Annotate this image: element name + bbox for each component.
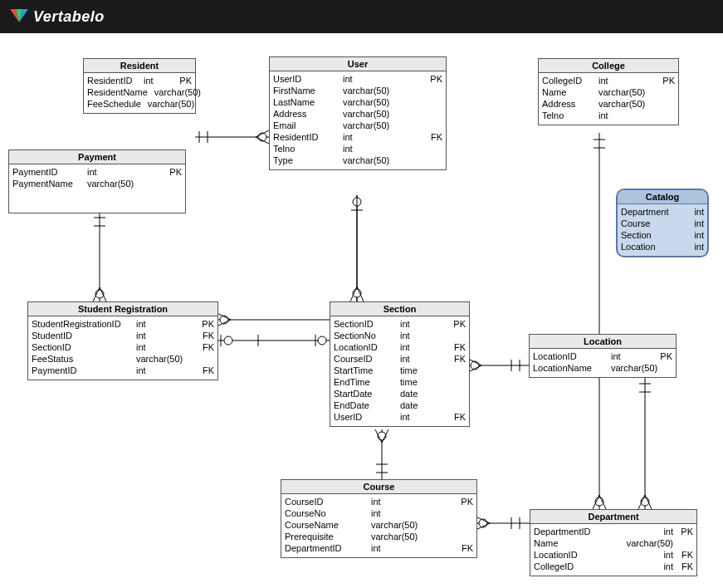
entity-title: Payment xyxy=(9,150,185,164)
entity-body: CourseIDintPK CourseNoint CourseNamevarc… xyxy=(281,494,476,557)
svg-line-56 xyxy=(476,523,490,530)
entity-body: DepartmentIDintPK Namevarchar(50) Locati… xyxy=(530,524,696,576)
entity-body: PaymentIDintPK PaymentNamevarchar(50) xyxy=(9,164,185,213)
column-row: FeeSchedulevarchar(50) xyxy=(87,98,192,110)
entity-title: Department xyxy=(530,510,696,524)
svg-line-55 xyxy=(476,517,490,523)
column-row: Addressvarchar(50) xyxy=(542,98,675,110)
column-row: CourseNamevarchar(50) xyxy=(285,519,473,531)
entity-resident[interactable]: Resident ResidentIDintPK ResidentNamevar… xyxy=(83,58,196,114)
entity-title: Student Registration xyxy=(28,302,217,316)
column-row: Addressvarchar(50) xyxy=(273,108,442,120)
view-body: Departmentint Courseint Sectionint Locat… xyxy=(618,204,707,256)
column-row: Departmentint xyxy=(621,206,704,218)
column-row: Namevarchar(50) xyxy=(542,86,675,98)
svg-point-30 xyxy=(471,361,479,370)
column-row: EndDatedate xyxy=(334,399,466,411)
svg-line-7 xyxy=(256,130,269,137)
svg-point-54 xyxy=(479,519,487,527)
column-row: PaymentIDintFK xyxy=(32,365,214,376)
column-row: CourseNoint xyxy=(285,507,473,519)
svg-point-24 xyxy=(318,336,326,345)
column-row: SectionIDintFK xyxy=(32,341,214,353)
column-row: Typevarchar(50) xyxy=(273,154,442,166)
entity-body: LocationIDintPK LocationNamevarchar(50) xyxy=(530,349,676,377)
svg-point-38 xyxy=(641,497,649,506)
svg-point-26 xyxy=(353,289,361,297)
entity-title: Resident xyxy=(84,59,195,73)
entity-body: ResidentIDintPK ResidentNamevarchar(50) … xyxy=(84,73,195,113)
svg-point-12 xyxy=(95,290,104,298)
column-row: Locationint xyxy=(621,241,704,252)
column-row: CollegeIDintFK xyxy=(534,561,693,572)
entity-payment[interactable]: Payment PaymentIDintPK PaymentNamevarcha… xyxy=(8,149,186,213)
svg-line-28 xyxy=(357,287,364,301)
svg-point-6 xyxy=(258,133,266,141)
entity-body: SectionIDintPK SectionNoint LocationIDin… xyxy=(330,316,469,426)
entity-student-registration[interactable]: Student Registration StudentRegistration… xyxy=(27,301,218,380)
column-row: CollegeIDintPK xyxy=(542,75,675,86)
view-title: Catalog xyxy=(618,190,707,204)
entity-user[interactable]: User UserIDintPK FirstNamevarchar(50) La… xyxy=(269,56,447,170)
svg-point-15 xyxy=(353,198,361,206)
column-row: SectionIDintPK xyxy=(334,318,466,330)
column-row: LocationIDintPK xyxy=(533,350,672,362)
column-row: LocationIDintFK xyxy=(534,549,693,561)
column-row: CourseIDintPK xyxy=(285,496,473,507)
column-row: StartTimetime xyxy=(334,365,466,376)
entity-title: College xyxy=(539,59,678,73)
entity-body: StudentRegistrationIDintPK StudentIDintF… xyxy=(28,316,217,380)
svg-point-17 xyxy=(220,316,228,324)
svg-line-13 xyxy=(93,287,100,301)
column-row: StudentIDintFK xyxy=(32,330,214,341)
column-row: ResidentNamevarchar(50) xyxy=(87,86,192,98)
column-row: EndTimetime xyxy=(334,376,466,388)
entity-section[interactable]: Section SectionIDintPK SectionNoint Loca… xyxy=(330,301,470,427)
svg-line-27 xyxy=(350,287,357,301)
entity-title: Section xyxy=(330,302,469,316)
column-row: FeeStatusvarchar(50) xyxy=(32,353,214,365)
column-row: DepartmentIDintPK xyxy=(534,526,693,537)
column-row: ResidentIDintFK xyxy=(273,131,442,143)
svg-line-46 xyxy=(599,495,606,509)
column-row: UserIDintPK xyxy=(273,73,442,85)
svg-line-40 xyxy=(645,495,652,509)
svg-line-51 xyxy=(375,429,382,443)
column-row: Courseint xyxy=(621,218,704,229)
svg-line-19 xyxy=(217,320,231,326)
svg-line-14 xyxy=(100,287,106,301)
svg-line-31 xyxy=(468,359,481,365)
entity-location[interactable]: Location LocationIDintPK LocationNamevar… xyxy=(529,334,677,378)
entity-college[interactable]: College CollegeIDintPK Namevarchar(50) A… xyxy=(538,58,679,125)
entity-department[interactable]: Department DepartmentIDintPK Namevarchar… xyxy=(530,509,697,576)
column-row: LocationIDintFK xyxy=(334,341,466,353)
entity-title: Location xyxy=(530,335,676,349)
column-row: Prerequisitevarchar(50) xyxy=(285,531,473,542)
column-row: StudentRegistrationIDintPK xyxy=(32,318,214,330)
svg-line-18 xyxy=(217,313,231,320)
column-row: FirstNamevarchar(50) xyxy=(273,85,442,96)
column-row: LocationNamevarchar(50) xyxy=(533,362,672,374)
column-row: PaymentIDintPK xyxy=(12,166,182,178)
column-row: PaymentNamevarchar(50) xyxy=(12,178,182,189)
entity-title: User xyxy=(270,57,446,71)
column-row: Sectionint xyxy=(621,229,704,241)
column-row: UserIDintFK xyxy=(334,411,466,423)
svg-line-8 xyxy=(256,137,269,144)
er-diagram-canvas: Resident ResidentIDintPK ResidentNamevar… xyxy=(0,33,723,588)
brand-name: Vertabelo xyxy=(33,8,105,26)
svg-point-44 xyxy=(595,497,603,506)
column-row: Namevarchar(50) xyxy=(534,537,693,549)
view-catalog[interactable]: Catalog Departmentint Courseint Sectioni… xyxy=(616,189,709,257)
column-row: Telnoint xyxy=(542,110,675,121)
svg-line-39 xyxy=(638,495,645,509)
column-row: ResidentIDintPK xyxy=(87,75,192,86)
column-row: CourseIDintFK xyxy=(334,353,466,365)
svg-line-32 xyxy=(468,365,481,372)
column-row: DepartmentIDintFK xyxy=(285,542,473,554)
svg-line-45 xyxy=(593,495,599,509)
svg-point-50 xyxy=(378,432,386,440)
entity-course[interactable]: Course CourseIDintPK CourseNoint CourseN… xyxy=(281,479,477,558)
svg-line-52 xyxy=(382,429,388,443)
column-row: Telnoint xyxy=(273,143,442,154)
